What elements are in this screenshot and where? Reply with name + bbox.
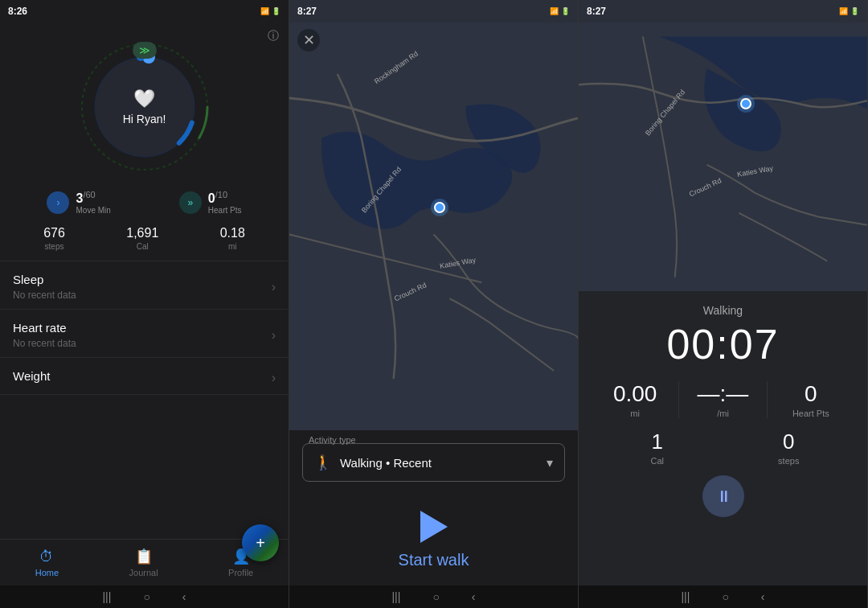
sleep-title: Sleep [13, 273, 76, 286]
system-bar-home: ||| ○ ‹ [0, 585, 289, 608]
journal-nav-label: Journal [129, 568, 158, 577]
status-bar-workout: 8:27 📶 🔋 [579, 0, 867, 23]
heart-icon: 🤍 [133, 88, 155, 109]
start-section: Start walk [289, 495, 578, 585]
start-walk-button[interactable] [420, 511, 448, 543]
picker-dropdown-icon: ▾ [547, 455, 553, 470]
status-icons-workout: 📶 🔋 [839, 7, 859, 15]
heart-rate-title: Heart rate [13, 321, 76, 335]
workout-home-btn[interactable]: ○ [722, 590, 728, 603]
system-bar-workout: ||| ○ ‹ [579, 585, 867, 608]
workout-recent-apps-btn[interactable]: ||| [681, 590, 690, 603]
home-nav-icon: ⏱ [39, 548, 54, 565]
stats-row: › 3/60 Move Min » 0/10 Heart Pts [0, 183, 289, 221]
mi-stat: 0.18 mi [220, 226, 245, 251]
nav-journal[interactable]: 📋 Journal [117, 543, 171, 582]
cal-metric: 1 Cal [592, 429, 723, 466]
heart-pts-value: 0 [805, 381, 817, 407]
cal-value2: 1 [652, 429, 663, 454]
map-home-btn[interactable]: ○ [432, 590, 439, 603]
sleep-section[interactable]: Sleep No recent data › [0, 261, 289, 310]
map-svg [289, 23, 578, 430]
heart-pts-label: Heart Pts [208, 206, 242, 215]
greeting-text: Hi Ryan! [123, 113, 166, 125]
cal-stat: 1,691 Cal [126, 226, 158, 251]
sleep-chevron: › [272, 280, 276, 294]
mini-stats-row: 676 steps 1,691 Cal 0.18 mi [0, 221, 289, 261]
back-btn[interactable]: ‹ [182, 590, 186, 603]
battery-icon: 🔋 [272, 7, 280, 15]
map-panel: 8:27 📶 🔋 Rockingham Rd Boring [289, 0, 579, 608]
home-content: ⓘ ≫ 🤍 Hi Ryan! [0, 23, 289, 539]
workout-map-svg [579, 23, 867, 291]
steps-label: steps [45, 242, 64, 251]
heart-rate-sub: No recent data [13, 338, 76, 349]
home-panel: 8:26 📶 🔋 ⓘ [0, 0, 289, 608]
status-bar-map: 8:27 📶 🔋 [289, 0, 578, 23]
heart-pts-unit: Heart Pts [792, 409, 829, 418]
start-walk-label: Start walk [399, 551, 469, 569]
heart-pts-metric: 0 Heart Pts [768, 381, 854, 418]
double-chevron: ≫ [133, 42, 157, 59]
weight-title: Weight [13, 369, 50, 383]
close-button[interactable]: ✕ [297, 29, 320, 51]
heart-pts-numbers: 0/10 Heart Pts [208, 190, 242, 215]
map-battery-icon: 🔋 [561, 7, 570, 15]
journal-nav-icon: 📋 [135, 548, 153, 565]
walk-icon: 🚶 [314, 454, 332, 471]
status-icons-home: 📶 🔋 [260, 7, 280, 15]
pause-icon: ⏸ [716, 487, 731, 506]
workout-battery-icon: 🔋 [850, 7, 859, 15]
workout-activity-label: Walking [592, 304, 854, 317]
status-bar-home: 8:26 📶 🔋 [0, 0, 289, 23]
pace-unit: /mi [717, 409, 729, 418]
workout-panel: 8:27 📶 🔋 Boring Chapel Rd Katies Way Cro… [579, 0, 868, 608]
map-back-btn[interactable]: ‹ [472, 590, 476, 603]
pace-value: —:— [698, 381, 749, 407]
steps-value2: 0 [783, 429, 794, 454]
pause-button[interactable]: ⏸ [702, 475, 744, 517]
heart-pts-badge: » [179, 191, 202, 214]
steps-metric: 0 steps [723, 429, 855, 466]
weight-section[interactable]: Weight › [0, 358, 289, 395]
profile-nav-label: Profile [228, 568, 253, 577]
map-recent-apps-btn[interactable]: ||| [391, 590, 400, 603]
steps-stat: 676 steps [43, 226, 65, 251]
location-dot-map [434, 202, 445, 213]
workout-metrics-row1: 0.00 mi —:— /mi 0 Heart Pts [592, 381, 854, 418]
activity-picker[interactable]: Activity type 🚶 Walking • Recent ▾ [289, 430, 578, 495]
distance-value: 0.00 [613, 381, 657, 407]
location-dot-workout [740, 98, 751, 109]
map-background: Rockingham Rd Boring Chapel Rd Katies Wa… [289, 23, 578, 430]
ring-center: 🤍 Hi Ryan! [123, 88, 166, 125]
move-label: Move Min [76, 206, 110, 215]
nav-home[interactable]: ⏱ Home [23, 544, 72, 582]
move-min-stat: › 3/60 Move Min [47, 190, 110, 215]
cal-unit2: Cal [650, 456, 664, 466]
distance-unit: mi [630, 409, 640, 418]
mi-value: 0.18 [220, 226, 245, 240]
picker-label: Activity type [309, 435, 356, 445]
workout-timer: 00:07 [592, 320, 854, 368]
status-time-home: 8:26 [8, 6, 27, 17]
workout-back-btn[interactable]: ‹ [761, 590, 765, 603]
home-btn[interactable]: ○ [143, 590, 149, 603]
steps-value: 676 [43, 226, 65, 240]
picker-box[interactable]: 🚶 Walking • Recent ▾ [302, 443, 565, 482]
signal-icon: 📶 [260, 7, 269, 15]
system-bar-map: ||| ○ ‹ [289, 585, 578, 608]
activity-type-text: Walking • Recent [340, 456, 432, 470]
workout-stats: Walking 00:07 0.00 mi —:— /mi 0 Heart Pt… [579, 291, 867, 585]
status-time-workout: 8:27 [587, 6, 606, 17]
fab-plus-icon: + [256, 534, 265, 553]
recent-apps-btn[interactable]: ||| [102, 590, 111, 603]
steps-unit2: steps [778, 456, 799, 466]
heart-rate-chevron: › [272, 328, 276, 343]
status-time-map: 8:27 [297, 6, 317, 17]
info-icon[interactable]: ⓘ [268, 29, 279, 43]
fab-button[interactable]: + [242, 524, 279, 561]
heart-rate-section[interactable]: Heart rate No recent data › [0, 310, 289, 358]
distance-metric: 0.00 mi [592, 381, 678, 418]
pace-metric: —:— /mi [679, 381, 766, 418]
mi-label: mi [228, 242, 237, 251]
